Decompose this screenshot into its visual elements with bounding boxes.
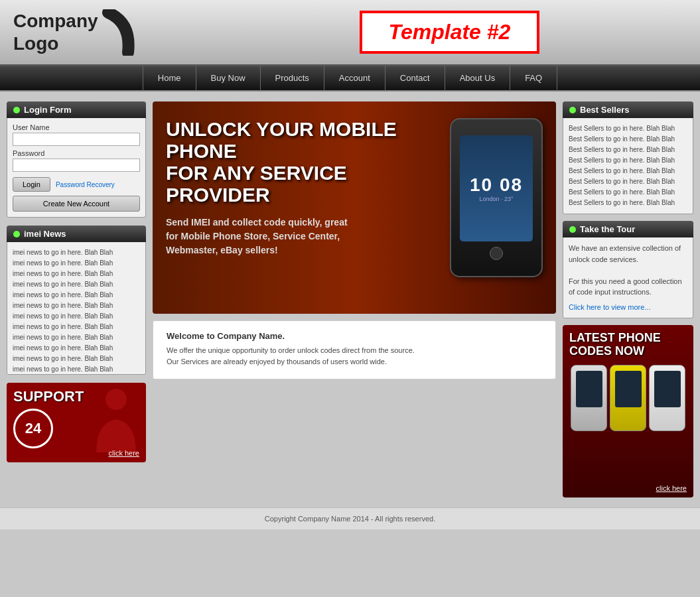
tour-text2: For this you need a good collection of c… bbox=[569, 276, 687, 298]
logo-text: Company Logo bbox=[13, 10, 98, 54]
login-panel-header: Login Form bbox=[7, 101, 146, 118]
nav-item-contact[interactable]: Contact bbox=[385, 66, 445, 91]
support-person-icon bbox=[90, 386, 143, 452]
center-content: UNLOCK YOUR MOBILE PHONEFOR ANY SERVICE … bbox=[153, 101, 556, 498]
phone-date: London · 23° bbox=[479, 196, 513, 202]
mini-phone-2 bbox=[610, 365, 646, 431]
nav-item-about-us[interactable]: About Us bbox=[445, 66, 510, 91]
imei-news-header: imei News bbox=[7, 226, 146, 242]
navbar: HomeBuy NowProductsAccountContactAbout U… bbox=[0, 66, 700, 92]
footer: Copyright Company Name 2014 - All rights… bbox=[0, 507, 700, 529]
support-widget[interactable]: SUPPORT 24 click here bbox=[7, 383, 146, 462]
support-circle: 24 bbox=[13, 409, 53, 448]
username-label: User Name bbox=[13, 123, 140, 131]
template-badge: Template #2 bbox=[360, 11, 540, 54]
nav-item-account[interactable]: Account bbox=[324, 66, 385, 91]
logo-area: Company Logo bbox=[13, 9, 212, 56]
sidebar-left: Login Form User Name Password Login Pass… bbox=[7, 101, 146, 498]
logo-swoosh-icon bbox=[102, 9, 135, 56]
password-label: Password bbox=[13, 149, 140, 157]
best-sellers-header: Best Sellers bbox=[563, 101, 693, 118]
imei-news-title: imei News bbox=[24, 229, 66, 239]
template-badge-area: Template #2 bbox=[212, 11, 687, 54]
best-sellers-title: Best Sellers bbox=[580, 105, 629, 115]
login-panel: Login Form User Name Password Login Pass… bbox=[7, 101, 146, 218]
hero-title: UNLOCK YOUR MOBILE PHONEFOR ANY SERVICE … bbox=[166, 118, 410, 206]
tour-panel: Take the Tour We have an extensive colle… bbox=[563, 221, 693, 318]
logo-line2: Logo bbox=[13, 33, 58, 54]
latest-click-here[interactable]: click here bbox=[656, 484, 687, 492]
mini-phone-screen bbox=[654, 371, 681, 407]
tour-panel-body: We have an extensive collection of unloc… bbox=[563, 237, 693, 318]
login-btn-row: Login Password Recovery bbox=[13, 177, 140, 192]
support-click-here[interactable]: click here bbox=[109, 449, 139, 457]
password-input[interactable] bbox=[13, 159, 140, 172]
hero-subtitle: Send IMEI and collect code quickly, grea… bbox=[166, 216, 410, 257]
tour-panel-title: Take the Tour bbox=[580, 224, 635, 234]
phone-mockup: 10 08 London · 23° bbox=[450, 118, 543, 277]
logo-line1: Company bbox=[13, 11, 98, 31]
welcome-text1: We offer the unique opportunity to order… bbox=[167, 346, 542, 354]
sidebar-right: Best Sellers Best Sellers to go in here.… bbox=[563, 101, 693, 498]
latest-codes-widget[interactable]: LATEST PHONECODES NOW click here bbox=[563, 325, 693, 498]
mini-phone-screen bbox=[615, 371, 642, 407]
nav-item-products[interactable]: Products bbox=[261, 66, 324, 91]
panel-dot-icon bbox=[569, 226, 576, 233]
login-panel-title: Login Form bbox=[24, 105, 72, 115]
username-input[interactable] bbox=[13, 133, 140, 146]
login-panel-body: User Name Password Login Password Recove… bbox=[7, 118, 146, 218]
tour-link[interactable]: Click here to view more... bbox=[569, 302, 687, 313]
footer-text: Copyright Company Name 2014 - All rights… bbox=[265, 515, 435, 523]
login-button[interactable]: Login bbox=[13, 177, 50, 192]
imei-news-body: imei news to go in here. Blah Blah imei … bbox=[7, 242, 146, 375]
welcome-text2: Our Services are already enjoyed by thou… bbox=[167, 358, 542, 365]
phone-screen: 10 08 London · 23° bbox=[460, 135, 533, 241]
phone-time: 10 08 bbox=[470, 174, 523, 196]
hero-text: UNLOCK YOUR MOBILE PHONEFOR ANY SERVICE … bbox=[166, 118, 410, 257]
hero-phone: 10 08 London · 23° bbox=[410, 118, 543, 277]
nav-item-buy-now[interactable]: Buy Now bbox=[196, 66, 261, 91]
panel-dot-icon bbox=[569, 107, 576, 113]
mini-phone-1 bbox=[571, 365, 607, 431]
imei-news-panel: imei News imei news to go in here. Blah … bbox=[7, 226, 146, 375]
hero-banner: UNLOCK YOUR MOBILE PHONEFOR ANY SERVICE … bbox=[153, 101, 556, 314]
main-content: Login Form User Name Password Login Pass… bbox=[0, 92, 700, 507]
create-account-button[interactable]: Create New Account bbox=[13, 196, 140, 212]
nav-item-home[interactable]: Home bbox=[143, 66, 196, 91]
latest-codes-title: LATEST PHONECODES NOW bbox=[569, 332, 687, 358]
best-sellers-panel: Best Sellers Best Sellers to go in here.… bbox=[563, 101, 693, 214]
tour-text1: We have an extensive collection of unloc… bbox=[569, 243, 687, 265]
panel-dot-icon bbox=[13, 107, 20, 113]
mini-phone-screen bbox=[576, 371, 602, 407]
mini-phone-3 bbox=[649, 365, 685, 431]
tour-panel-header: Take the Tour bbox=[563, 221, 693, 237]
header: Company Logo Template #2 bbox=[0, 0, 700, 66]
svg-point-0 bbox=[105, 389, 127, 410]
welcome-section: Welcome to Company Name. We offer the un… bbox=[153, 320, 556, 379]
latest-codes-phones bbox=[569, 365, 687, 431]
phone-home-btn[interactable] bbox=[490, 247, 503, 260]
nav-item-faq[interactable]: FAQ bbox=[510, 66, 557, 91]
welcome-title: Welcome to Company Name. bbox=[167, 331, 542, 341]
best-sellers-body: Best Sellers to go in here. Blah Blah Be… bbox=[563, 118, 693, 214]
panel-dot-icon bbox=[13, 231, 20, 237]
password-recovery-link[interactable]: Password Recovery bbox=[56, 181, 115, 188]
